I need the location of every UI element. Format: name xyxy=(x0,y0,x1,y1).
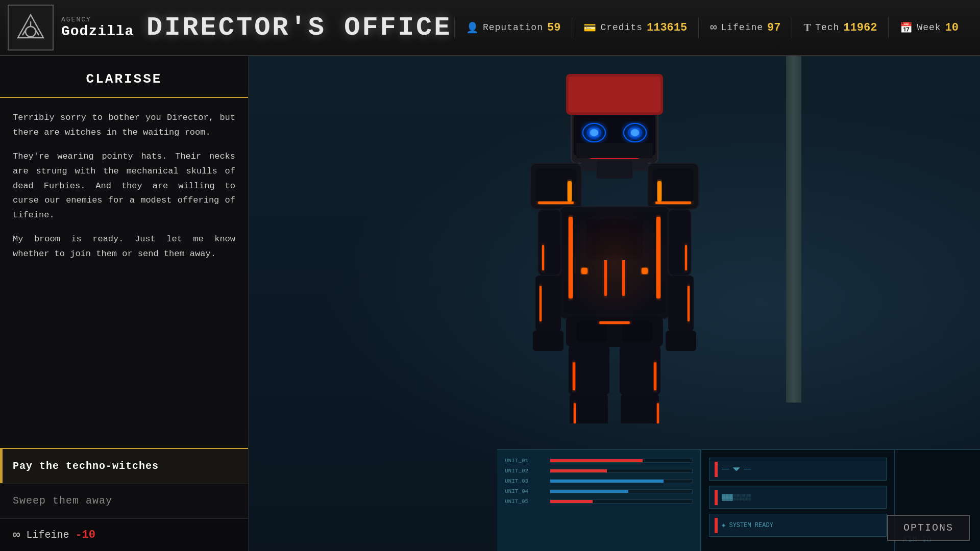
svg-rect-39 xyxy=(668,209,691,276)
svg-rect-58 xyxy=(657,403,659,423)
hud-bar-row-2: UNIT_02 xyxy=(505,468,693,474)
svg-point-1 xyxy=(26,27,36,37)
hud-bar-fill-4 xyxy=(550,490,628,493)
cost-label: Lifeine xyxy=(26,529,69,541)
hud-bar-track-1 xyxy=(550,459,693,463)
svg-rect-7 xyxy=(569,77,660,112)
credits-label: Credits xyxy=(600,22,643,33)
hud-block-text-2: ▓▓▓░░░░░ xyxy=(722,494,751,501)
character-name: CLARISSE xyxy=(86,71,162,87)
svg-rect-49 xyxy=(622,321,653,342)
hud-block-text-3: ◈ SYSTEM READY xyxy=(722,521,773,529)
svg-rect-42 xyxy=(540,286,542,321)
svg-rect-45 xyxy=(533,331,564,351)
hud-bar-track-2 xyxy=(550,469,693,473)
reputation-icon: 👤 xyxy=(466,21,479,34)
dialogue-section: Terribly sorry to bother you Director, b… xyxy=(0,98,248,448)
svg-rect-24 xyxy=(568,181,572,202)
page-title: DIRECTOR'S OFFICE xyxy=(146,13,452,43)
dialogue-paragraph-3: My broom is ready. Just let me know whet… xyxy=(13,232,235,262)
svg-rect-52 xyxy=(573,362,575,390)
hud-bar-track-3 xyxy=(550,479,693,483)
hud-mid-panel: ── ◥◤ ── ▓▓▓░░░░░ ◈ SYSTEM READY xyxy=(701,450,895,551)
hud-bar-row-4: UNIT_04 xyxy=(505,488,693,494)
dialogue-paragraph-2: They're wearing pointy hats. Their necks… xyxy=(13,149,235,223)
choice-pay[interactable]: Pay the techno-witches xyxy=(0,449,248,484)
svg-rect-44 xyxy=(688,286,690,321)
hud-left-panel: UNIT_01 UNIT_02 UNIT_03 xyxy=(497,450,701,551)
choice-sweep-label: Sweep them away xyxy=(13,495,112,507)
hud-block-icon-1 xyxy=(715,462,718,477)
hud-bar-row-5: UNIT_05 xyxy=(505,498,693,505)
lifeine-value: 97 xyxy=(767,21,780,34)
svg-rect-46 xyxy=(666,331,696,351)
stat-reputation: 👤 Reputation 59 xyxy=(454,17,572,38)
dialogue-paragraph-1: Terribly sorry to bother you Director, b… xyxy=(13,111,235,140)
lifeine-label: Lifeine xyxy=(721,22,763,33)
tech-label: Tech xyxy=(815,22,839,33)
svg-rect-25 xyxy=(657,181,662,202)
hud-bar-fill-2 xyxy=(550,469,607,472)
tech-icon: T xyxy=(803,21,811,34)
hud-bar-fill-3 xyxy=(550,480,664,483)
left-panel: CLARISSE Terribly sorry to bother you Di… xyxy=(0,56,249,551)
options-button[interactable]: OPTIONS xyxy=(887,515,970,541)
svg-rect-56 xyxy=(574,403,576,423)
svg-rect-57 xyxy=(621,394,659,423)
svg-point-11 xyxy=(590,129,598,136)
robot-character xyxy=(487,66,742,423)
week-icon: 📅 xyxy=(900,21,913,34)
dialogue-text: Terribly sorry to bother you Director, b… xyxy=(13,111,235,262)
svg-rect-50 xyxy=(599,321,630,324)
week-label: Week xyxy=(917,22,941,33)
agency-info: AGENCY Godzilla xyxy=(61,16,134,39)
hud-bars: UNIT_01 UNIT_02 UNIT_03 xyxy=(497,450,700,512)
agency-label: AGENCY xyxy=(61,16,134,23)
svg-rect-43 xyxy=(668,276,694,332)
svg-rect-20 xyxy=(538,202,574,204)
choices-section: Pay the techno-witches Sweep them away xyxy=(0,448,248,518)
svg-rect-16 xyxy=(576,143,653,158)
svg-rect-23 xyxy=(655,202,691,204)
hud-bar-track-4 xyxy=(550,489,693,493)
tech-value: 11962 xyxy=(843,21,877,34)
header: AGENCY Godzilla DIRECTOR'S OFFICE 👤 Repu… xyxy=(0,0,980,56)
hud-block-2: ▓▓▓░░░░░ xyxy=(709,486,887,509)
pipe-decoration xyxy=(786,56,801,403)
stat-credits: 💳 Credits 113615 xyxy=(572,17,698,38)
stat-week: 📅 Week 10 xyxy=(888,17,970,38)
right-panel: UNIT_01 UNIT_02 UNIT_03 xyxy=(249,56,980,551)
reputation-label: Reputation xyxy=(483,22,543,33)
choice-sweep[interactable]: Sweep them away xyxy=(0,484,248,518)
credits-icon: 💳 xyxy=(583,21,596,34)
hud-bar-row-3: UNIT_03 xyxy=(505,478,693,484)
hud-bar-label-3: UNIT_03 xyxy=(505,478,546,484)
reputation-value: 59 xyxy=(547,21,560,34)
svg-rect-26 xyxy=(597,161,632,179)
hud-bar-label-5: UNIT_05 xyxy=(505,498,546,505)
hud-block-icon-3 xyxy=(715,518,718,533)
hud-bar-row-1: UNIT_01 xyxy=(505,458,693,464)
svg-rect-48 xyxy=(576,321,607,342)
agency-name: Godzilla xyxy=(61,23,134,39)
svg-rect-61 xyxy=(558,207,671,319)
cost-value: -10 xyxy=(75,529,95,541)
hud-block-3: ◈ SYSTEM READY xyxy=(709,514,887,537)
agency-logo xyxy=(8,5,54,51)
title-center: DIRECTOR'S OFFICE xyxy=(144,13,454,43)
cost-section: ∞ Lifeine -10 xyxy=(0,518,248,551)
hud-bar-label-4: UNIT_04 xyxy=(505,488,546,494)
hud-block-text-1: ── ◥◤ ── xyxy=(722,465,751,473)
character-name-section: CLARISSE xyxy=(0,56,248,98)
choice-pay-label: Pay the techno-witches xyxy=(13,460,159,472)
svg-rect-38 xyxy=(542,245,544,270)
svg-point-14 xyxy=(631,129,639,136)
hud-block-1: ── ◥◤ ── xyxy=(709,458,887,481)
svg-rect-41 xyxy=(535,276,561,332)
hud-bar-track-5 xyxy=(550,499,693,504)
hud-bar-fill-5 xyxy=(550,500,593,503)
svg-rect-40 xyxy=(685,245,687,270)
hud-bar-label-2: UNIT_02 xyxy=(505,468,546,474)
hud-block-icon-2 xyxy=(715,490,718,505)
cost-lifeine-icon: ∞ xyxy=(13,528,20,542)
